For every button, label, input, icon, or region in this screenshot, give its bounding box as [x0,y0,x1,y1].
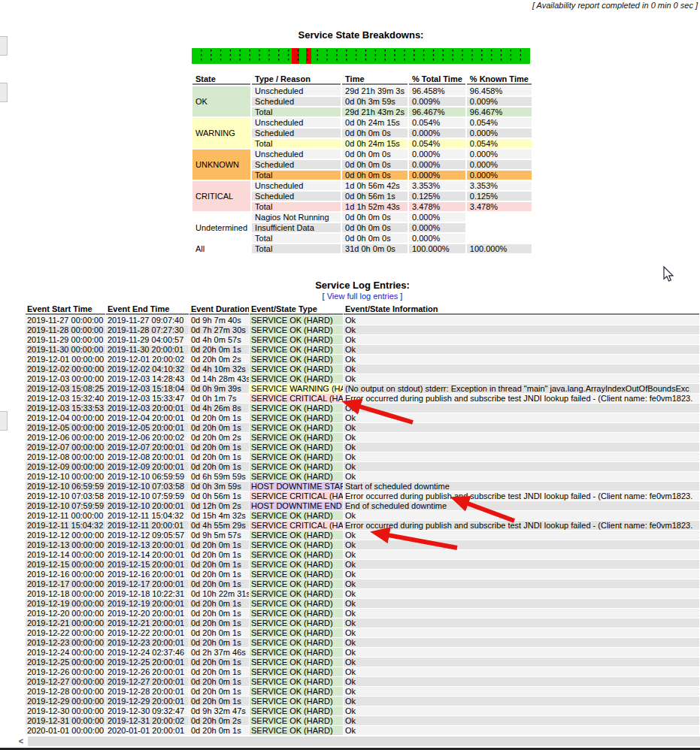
event-duration: 0d 20h 0m 1s [189,540,249,549]
event-end-time: 2019-12-04 20:00:01 [106,413,189,422]
breakdown-time: 0d 0h 0m 0s [342,150,408,159]
log-row: 2019-12-11 00:00:002019-12-11 15:04:320d… [26,511,699,520]
breakdown-time: 0d 0h 0m 0s [342,171,408,180]
event-start-time: 2019-12-27 00:00:00 [26,677,105,686]
horizontal-scrollbar[interactable]: < [0,736,700,748]
event-end-time: 2019-12-29 20:00:01 [106,697,189,706]
event-state-information: Ok [344,550,699,559]
event-state-information: Ok [344,570,699,579]
breakdown-total-pct: 0.000% [409,129,465,138]
breakdown-row: OKUnscheduled29d 21h 39m 3s96.458%96.458… [192,86,532,95]
event-state-information: Ok [344,687,699,696]
event-start-time: 2019-12-25 00:00:00 [26,658,105,667]
event-end-time: 2019-12-06 20:00:02 [106,433,189,442]
link-bracket-close: ] [400,292,402,301]
breakdown-total-pct: 3.353% [409,181,465,190]
log-row: 2019-12-03 15:32:402019-12-03 15:33:470d… [26,394,699,403]
breakdown-reason: Total [252,107,341,116]
event-state-type: SERVICE OK (HARD) [250,570,343,579]
event-end-time: 2019-12-22 20:00:01 [106,628,189,637]
event-duration: 0d 20h 0m 2s [189,433,249,442]
log-row: 2019-12-10 07:59:592019-12-10 20:00:010d… [26,501,699,510]
event-state-information: Ok [344,355,699,364]
event-start-time: 2019-12-19 00:00:00 [26,599,105,608]
breakdown-time: 0d 0h 0m 0s [342,213,408,222]
event-start-time: 2019-12-13 00:00:00 [26,540,105,549]
event-state-type: HOST DOWNTIME END [250,501,343,510]
event-state-type: SERVICE OK (HARD) [250,589,343,598]
event-state-type: SERVICE OK (HARD) [250,472,343,481]
breakdown-known-pct: 0.009% [467,97,532,106]
event-end-time: 2019-12-21 20:00:01 [106,618,189,628]
breakdown-known-pct: 3.353% [467,181,532,190]
col-total-time: % Total Time [409,74,465,85]
event-duration: 0d 20h 0m 1s [189,628,249,637]
event-state-information: Error occurred during publish and subscr… [344,521,699,530]
col-event-state-info: Event/State Information [344,304,699,315]
event-duration: 0d 20h 0m 1s [189,560,249,569]
scrollbar-thumb[interactable] [28,736,700,746]
log-row: 2019-12-10 00:00:002019-12-10 06:59:590d… [26,472,699,481]
event-duration: 0d 20h 0m 1s [189,726,249,735]
event-duration: 0d 20h 0m 1s [189,443,249,452]
event-end-time: 2019-12-10 06:59:59 [106,472,189,481]
event-state-type: SERVICE OK (HARD) [250,316,343,325]
event-end-time: 2019-12-03 20:00:01 [106,404,189,413]
event-end-time: 2019-12-08 20:00:01 [106,452,189,461]
availability-completion-note: [ Availability report completed in 0 min… [532,1,698,10]
event-state-type: SERVICE OK (HARD) [250,423,343,432]
event-duration: 0d 4h 55m 29s [189,521,249,530]
event-start-time: 2019-12-18 00:00:00 [26,589,105,598]
log-row: 2019-12-19 00:00:002019-12-19 20:00:010d… [26,599,699,608]
breakdown-total-pct: 0.054% [409,139,465,148]
event-end-time: 2019-12-31 20:00:02 [106,716,189,725]
event-state-type: SERVICE OK (HARD) [250,335,343,344]
breakdown-known-pct: 96.458% [467,86,532,95]
event-end-time: 2019-11-29 04:00:57 [106,335,189,344]
event-end-time: 2019-12-23 20:00:01 [106,638,189,647]
event-state-information: Ok [344,335,699,344]
event-end-time: 2019-12-19 20:00:01 [106,599,189,608]
event-start-time: 2019-12-20 00:00:00 [26,609,105,618]
event-end-time: 2019-12-25 20:00:01 [106,658,189,667]
event-duration: 0d 20h 0m 1s [189,697,249,706]
breakdown-known-pct: 0.000% [467,171,532,180]
event-state-type: SERVICE OK (HARD) [250,599,343,608]
event-start-time: 2019-11-27 00:00:00 [26,316,105,325]
scroll-left-icon[interactable]: < [17,736,26,746]
view-full-log-link[interactable]: View full log entries [327,292,398,301]
event-state-information: Ok [344,511,699,520]
log-row: 2019-12-09 00:00:002019-12-09 20:00:010d… [26,462,699,471]
event-state-information: End of scheduled downtime [344,501,699,510]
log-row: 2019-11-30 00:00:002019-11-30 20:00:010d… [26,345,699,354]
event-start-time: 2019-12-28 00:00:00 [26,687,105,696]
event-state-information: Ok [344,462,699,471]
event-duration: 0d 2h 37m 46s [189,648,249,657]
breakdown-time: 1d 1h 52m 43s [342,202,408,211]
log-row: 2019-11-29 00:00:002019-11-29 04:00:570d… [26,335,699,344]
breakdown-reason: Scheduled [252,97,341,106]
event-duration: 0d 10h 22m 31s [189,589,249,598]
log-link-row: [ View full log entries ] [25,292,700,301]
col-time: Time [342,74,408,85]
event-state-information: Ok [344,413,699,422]
col-known-time: % Known Time [467,74,532,85]
event-state-type: SERVICE OK (HARD) [250,697,343,706]
event-state-type: SERVICE OK (HARD) [250,677,343,686]
event-state-type: SERVICE OK (HARD) [250,579,343,588]
event-end-time: 2019-12-01 20:00:02 [106,355,189,364]
log-row: 2019-12-28 00:00:002019-12-28 20:00:010d… [26,687,699,696]
event-start-time: 2019-12-31 00:00:00 [26,716,105,725]
event-state-information: Ok [344,726,699,735]
log-row: 2019-12-05 00:00:002019-12-05 20:00:010d… [26,423,699,432]
log-row: 2019-12-31 00:00:002019-12-31 20:00:020d… [26,716,699,725]
log-row: 2019-12-26 00:00:002019-12-26 20:00:010d… [26,667,699,676]
event-start-time: 2019-12-03 00:00:00 [26,374,105,383]
event-start-time: 2020-01-01 00:00:00 [26,726,105,735]
event-duration: 0d 4h 0m 57s [189,335,249,344]
event-state-type: SERVICE OK (HARD) [250,687,343,696]
log-title: Service Log Entries: [25,280,700,291]
log-row: 2019-12-03 15:08:252019-12-03 15:18:040d… [26,384,699,393]
log-row: 2019-12-12 00:00:002019-12-12 09:05:570d… [26,531,699,540]
event-state-information: (No output on stdout) stderr: Exception … [344,384,699,393]
